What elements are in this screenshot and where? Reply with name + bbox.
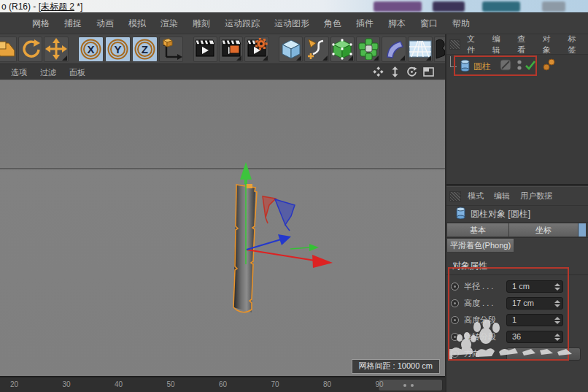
attribute-manager: 模式编辑用户数据 圆柱对象 [圆柱] 基本坐标 平滑着色(Phong) 对象属性… — [446, 187, 588, 392]
record-radio-icon[interactable] — [451, 283, 459, 291]
property-dropdown[interactable] — [506, 347, 581, 361]
am-menu-用户数据[interactable]: 用户数据 — [515, 191, 557, 201]
grid-spacing-status: 网格间距 : 10000 cm — [352, 359, 440, 374]
menu-渲染[interactable]: 渲染 — [153, 18, 185, 30]
visibility-dots-icon[interactable] — [516, 58, 523, 74]
record-radio-icon[interactable] — [451, 299, 459, 307]
viewport-menu-面板[interactable]: 面板 — [63, 67, 92, 78]
small-green-arrow — [309, 244, 319, 251]
menu-网格[interactable]: 网格 — [25, 18, 57, 30]
orange-dots-icon — [542, 58, 558, 75]
stepper-arrows-icon[interactable] — [554, 299, 560, 308]
property-row-方向: 方向 — [451, 345, 588, 362]
menu-角色[interactable]: 角色 — [317, 18, 349, 30]
stepper-arrows-icon[interactable] — [554, 333, 560, 342]
menu-运动跟踪[interactable]: 运动跟踪 — [217, 18, 267, 30]
object-row-cylinder[interactable]: 圆柱 — [446, 58, 588, 75]
object-properties: 半径 . . .1 cm高度 . . .17 cm高度分段1旋转分段36方向 — [446, 275, 588, 362]
property-row-高度分段: 高度分段1 — [451, 312, 588, 328]
move-tool-icon[interactable] — [44, 36, 68, 62]
menu-捕捉[interactable]: 捕捉 — [57, 18, 89, 30]
om-menu-对象[interactable]: 对象 — [538, 34, 563, 55]
am-menu-模式[interactable]: 模式 — [463, 191, 489, 201]
record-radio-icon[interactable] — [451, 350, 459, 358]
timeline-tick: 60 — [219, 380, 227, 388]
render-settings-icon[interactable] — [244, 36, 268, 62]
property-value-field[interactable]: 36 — [506, 331, 563, 343]
timeline-tick: 80 — [323, 380, 331, 388]
enabled-check-icon[interactable] — [525, 59, 536, 74]
maximize-view-icon[interactable] — [422, 66, 435, 78]
tab-基本[interactable]: 基本 — [446, 223, 509, 237]
zoom-view-icon[interactable] — [389, 66, 401, 78]
menu-窗口[interactable]: 窗口 — [413, 18, 445, 30]
viewport-menu-选项[interactable]: 选项 — [4, 67, 34, 78]
coordinate-system-icon[interactable] — [159, 36, 183, 62]
viewport-scene — [0, 80, 445, 376]
render-view-icon[interactable] — [193, 36, 217, 62]
record-radio-icon[interactable] — [451, 333, 459, 341]
z-axis-lock-button[interactable]: Z — [132, 36, 158, 62]
toolbar: XYZ — [0, 34, 445, 64]
tab-坐标[interactable]: 坐标 — [509, 223, 579, 237]
property-label: 半径 . . . — [464, 281, 506, 292]
selection-handle[interactable] — [246, 184, 252, 188]
stepper-arrows-icon[interactable] — [554, 283, 560, 291]
object-tree[interactable]: 圆柱 — [446, 55, 588, 184]
property-value-field[interactable]: 1 cm — [506, 280, 563, 293]
render-picture-viewer-icon[interactable] — [219, 36, 243, 62]
stepper-arrows-icon[interactable] — [554, 316, 560, 325]
timeline-slider[interactable] — [378, 379, 443, 391]
tab-partial[interactable] — [579, 223, 587, 237]
menu-模拟[interactable]: 模拟 — [121, 18, 153, 30]
menu-运动图形[interactable]: 运动图形 — [267, 18, 317, 30]
panel-grip-icon[interactable] — [449, 39, 460, 50]
texture-slot-icon[interactable] — [500, 59, 511, 74]
record-radio-icon[interactable] — [451, 316, 459, 324]
x-axis-arrow[interactable] — [312, 255, 333, 268]
red-plane-handle[interactable] — [263, 196, 276, 223]
pan-view-icon[interactable] — [372, 66, 384, 78]
am-menu-编辑[interactable]: 编辑 — [489, 191, 515, 201]
rotate-view-icon[interactable] — [406, 66, 418, 78]
z-axis-arrow[interactable] — [278, 234, 291, 245]
attribute-tabs-row2: 平滑着色(Phong) — [446, 237, 588, 253]
tab-平滑着色(Phong)[interactable]: 平滑着色(Phong) — [446, 238, 514, 253]
timeline-tick: 40 — [115, 380, 123, 388]
rotate-tool-icon[interactable] — [18, 36, 42, 62]
om-menu-查看[interactable]: 查看 — [512, 34, 538, 55]
om-menu-编辑[interactable]: 编辑 — [487, 34, 513, 55]
menu-雕刻[interactable]: 雕刻 — [185, 18, 217, 30]
menu-插件[interactable]: 插件 — [349, 18, 381, 30]
cube-primitive-icon[interactable] — [279, 36, 303, 62]
property-row-高度: 高度 . . .17 cm — [451, 295, 588, 312]
mograph-icon[interactable] — [356, 36, 380, 62]
titlebar: o (R16) - [未标题 2 *] — [0, 0, 588, 12]
object-name[interactable]: 圆柱 — [473, 61, 491, 73]
figure-icon[interactable] — [434, 36, 445, 62]
property-value-field[interactable]: 1 — [506, 314, 563, 326]
deformer-icon[interactable] — [382, 36, 406, 62]
y-axis-arrow[interactable] — [240, 162, 252, 180]
x-axis-lock-button[interactable]: X — [78, 36, 104, 62]
timeline-ruler[interactable]: 2030405060708090 — [0, 376, 445, 392]
scale-tool-icon[interactable] — [0, 36, 17, 62]
om-menu-标签[interactable]: 标签 — [562, 34, 588, 55]
environment-icon[interactable] — [408, 36, 433, 62]
generator-icon[interactable] — [330, 36, 355, 62]
background-thumbnail — [374, 1, 422, 12]
menu-脚本[interactable]: 脚本 — [381, 18, 413, 30]
property-value-field[interactable]: 17 cm — [506, 297, 563, 310]
property-label: 高度 . . . — [464, 298, 506, 309]
blue-plane-handle[interactable] — [275, 199, 295, 231]
spline-pen-icon[interactable] — [304, 36, 328, 62]
menu-帮助[interactable]: 帮助 — [445, 18, 477, 30]
timeline-tick: 30 — [63, 380, 71, 388]
menu-动画[interactable]: 动画 — [89, 18, 121, 30]
object-manager-menubar: 文件编辑查看对象标签 — [446, 34, 588, 55]
om-menu-文件[interactable]: 文件 — [462, 34, 487, 55]
viewport-menu-过滤[interactable]: 过滤 — [34, 67, 63, 78]
viewport[interactable]: 网格间距 : 10000 cm — [0, 80, 445, 376]
panel-grip-icon[interactable] — [449, 191, 461, 201]
y-axis-lock-button[interactable]: Y — [105, 36, 131, 62]
